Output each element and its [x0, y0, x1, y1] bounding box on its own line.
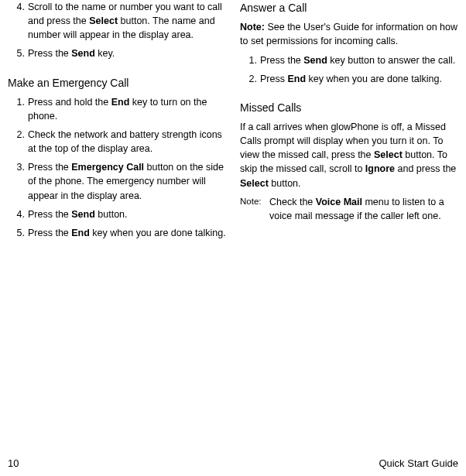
emergency-call-list: 1.Press and hold the End key to turn on … [8, 95, 226, 240]
list-item: 4.Press the Send button. [8, 207, 226, 221]
list-item-number: 1. [246, 53, 260, 67]
list-item-text: Press the Emergency Call button on the s… [28, 160, 226, 202]
list-item: 1.Press the Send key button to answer th… [240, 53, 458, 67]
list-item-text: Check the network and battery strength i… [28, 128, 226, 156]
list-item-text: Press and hold the End key to turn on th… [28, 95, 226, 123]
list-item: 4.Scroll to the name or number you want … [8, 0, 226, 42]
answer-call-list: 1.Press the Send key button to answer th… [240, 53, 458, 86]
list-item-text: Press the Send key button to answer the … [260, 53, 458, 67]
list-item-number: 5. [14, 226, 28, 240]
footer-title: Quick Start Guide [379, 457, 458, 471]
list-item-text: Scroll to the name or number you want to… [28, 0, 226, 42]
list-item-number: 4. [14, 0, 28, 42]
right-column: Answer a Call Note: See the User's Guide… [240, 0, 458, 245]
note-body: Check the Voice Mail menu to listen to a… [269, 195, 458, 223]
list-item-number: 4. [14, 207, 28, 221]
continuation-list: 4.Scroll to the name or number you want … [8, 0, 226, 61]
content-columns: 4.Scroll to the name or number you want … [8, 0, 458, 245]
page-footer: 10 Quick Start Guide [8, 457, 458, 471]
heading-answer-call: Answer a Call [240, 0, 458, 15]
list-item-number: 3. [14, 160, 28, 202]
page-number: 10 [8, 457, 19, 471]
list-item: 2.Press End key when you are done talkin… [240, 72, 458, 86]
list-item-number: 2. [246, 72, 260, 86]
list-item: 3.Press the Emergency Call button on the… [8, 160, 226, 202]
list-item-text: Press the Send key. [28, 46, 226, 60]
list-item-number: 5. [14, 46, 28, 60]
list-item-number: 1. [14, 95, 28, 123]
heading-missed-calls: Missed Calls [240, 100, 458, 115]
list-item-number: 2. [14, 128, 28, 156]
list-item: 2.Check the network and battery strength… [8, 128, 226, 156]
list-item: 5.Press the Send key. [8, 46, 226, 60]
missed-calls-paragraph: If a call arrives when glowPhone is off,… [240, 120, 458, 190]
missed-calls-note: Note: Check the Voice Mail menu to liste… [240, 195, 458, 223]
list-item-text: Press the End key when you are done talk… [28, 226, 226, 240]
left-column: 4.Scroll to the name or number you want … [8, 0, 226, 245]
answer-call-note: Note: See the User's Guide for informati… [240, 20, 458, 48]
list-item-text: Press the Send button. [28, 207, 226, 221]
heading-emergency-call: Make an Emergency Call [8, 75, 226, 91]
note-label: Note: [240, 195, 269, 223]
list-item: 1.Press and hold the End key to turn on … [8, 95, 226, 123]
list-item: 5.Press the End key when you are done ta… [8, 226, 226, 240]
list-item-text: Press End key when you are done talking. [260, 72, 458, 86]
